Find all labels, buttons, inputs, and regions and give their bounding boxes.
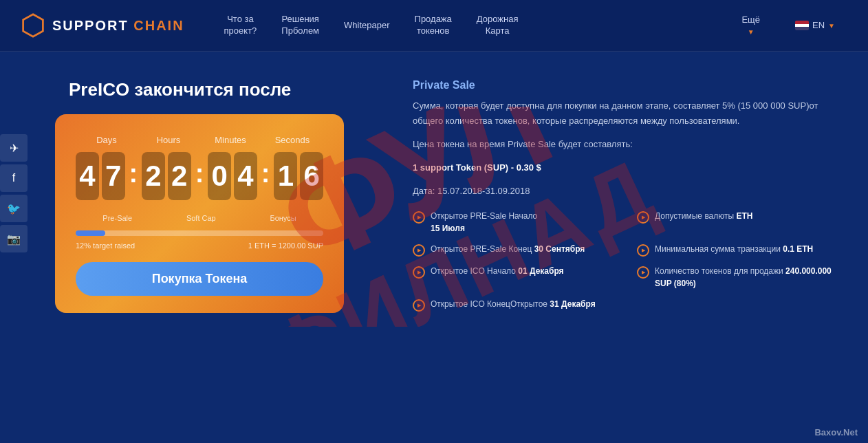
target-raised-label: 12% target raised — [76, 241, 135, 250]
tokens-for-sale-text: Количество токенов для продажи 240.000.0… — [655, 265, 847, 290]
progress-bar-container — [76, 230, 323, 236]
nav-links: Что запроект? РешенияПрболем Whitepaper … — [212, 14, 730, 37]
rate-label: 1 ETH = 1200.00 SUP — [248, 241, 323, 250]
digit-2a: 2 — [142, 152, 165, 200]
telegram-button[interactable]: ✈ — [0, 134, 28, 162]
nav-token-sale[interactable]: Продажатокенов — [402, 14, 464, 37]
countdown-box: Days Hours Minutes Seconds 4 7 : 2 2 : 0… — [55, 114, 344, 313]
flag-icon — [795, 21, 809, 30]
social-sidebar: ✈ f 🐦 📷 — [0, 134, 28, 255]
digit-4b: 4 — [234, 152, 257, 200]
progress-info: 12% target raised 1 ETH = 1200.00 SUP — [76, 241, 323, 250]
logo-icon — [21, 13, 45, 38]
allowed-currencies-icon — [637, 211, 649, 224]
digit-2b: 2 — [168, 152, 191, 200]
tokens-for-sale-icon — [637, 266, 649, 279]
price-value: 1 support Token (SUP) - 0.30 $ — [413, 160, 847, 175]
progress-bar-fill — [76, 230, 105, 236]
ico-end-text: Открытое ICO КонецОткрытое 31 Декабря — [431, 298, 596, 310]
sale-item-ico-end: Открытое ICO КонецОткрытое 31 Декабря — [413, 298, 623, 312]
navbar: SUPPORT CHAIN Что запроект? РешенияПрбол… — [0, 0, 868, 52]
nav-roadmap[interactable]: ДорожнаяКарта — [464, 14, 531, 37]
date-label: Дата: 15.07.2018-31.09.2018 — [413, 184, 847, 199]
digit-6: 6 — [300, 152, 323, 200]
sep-2: : — [194, 159, 206, 188]
sale-item-presale-end: Открытое PRE-Sale Конец 30 Сентября — [413, 243, 623, 257]
private-sale-title: Private Sale — [413, 79, 847, 91]
presale-end-text: Открытое PRE-Sale Конец 30 Сентября — [431, 243, 585, 255]
stage-bonuses: Бонусы — [270, 214, 296, 222]
nav-language[interactable]: EN ▼ — [783, 20, 847, 32]
sep-1: : — [128, 159, 140, 188]
min-transaction-text: Минимальная сумма транзакции 0.1 ETH — [655, 243, 813, 255]
nav-whitepaper[interactable]: Whitepaper — [332, 20, 402, 32]
sep-3: : — [260, 159, 272, 188]
nav-solutions[interactable]: РешенияПрболем — [269, 14, 332, 37]
twitter-button[interactable]: 🐦 — [0, 195, 28, 222]
days-label: Days — [76, 135, 138, 145]
presale-start-icon — [413, 211, 425, 224]
left-panel: PreICO закончится после Days Hours Minut… — [55, 79, 385, 313]
sale-item-presale-start: Открытое PRE-Sale Начало 15 Июля — [413, 210, 623, 235]
ico-start-text: Открытое ICO Начало 01 Декабря — [431, 265, 564, 277]
nav-right: Ещё ▼ EN ▼ — [729, 14, 847, 36]
ico-end-icon — [413, 299, 425, 312]
stage-presale: Pre-Sale — [102, 214, 132, 222]
minutes-label: Minutes — [199, 135, 261, 145]
ico-start-icon — [413, 266, 425, 279]
nav-more[interactable]: Ещё ▼ — [729, 14, 772, 36]
logo-text: SUPPORT CHAIN — [52, 18, 184, 34]
right-panel: Private Sale Сумма, которая будет доступ… — [413, 79, 847, 313]
digit-0: 0 — [208, 152, 231, 200]
countdown-labels: Days Hours Minutes Seconds — [76, 135, 323, 145]
more-arrow-icon: ▼ — [748, 28, 755, 36]
sale-items-grid: Открытое PRE-Sale Начало 15 Июля Допусти… — [413, 210, 847, 312]
stage-softcap: Soft Cap — [186, 214, 216, 222]
presale-end-icon — [413, 244, 425, 257]
lang-arrow-icon: ▼ — [828, 21, 835, 30]
presale-start-text: Открытое PRE-Sale Начало 15 Июля — [431, 210, 537, 235]
seconds-label: Seconds — [261, 135, 323, 145]
digit-4: 4 — [76, 152, 99, 200]
svg-marker-0 — [23, 14, 43, 36]
digit-1: 1 — [274, 152, 297, 200]
sale-item-allowed-currencies: Допустимые валюты ETH — [637, 210, 847, 235]
logo[interactable]: SUPPORT CHAIN — [21, 13, 184, 38]
preico-title: PreICO закончится после — [69, 79, 385, 100]
main-content: ✈ f 🐦 📷 PreICO закончится после Days Hou… — [0, 52, 868, 327]
countdown-numbers: 4 7 : 2 2 : 0 4 : 1 6 — [76, 152, 323, 200]
baxov-watermark: Baxov.Net — [814, 427, 858, 437]
min-transaction-icon — [637, 244, 649, 257]
sale-item-tokens-for-sale: Количество токенов для продажи 240.000.0… — [637, 265, 847, 290]
digit-7: 7 — [102, 152, 125, 200]
hours-label: Hours — [138, 135, 199, 145]
buy-token-button[interactable]: Покупка Токена — [76, 262, 323, 296]
facebook-button[interactable]: f — [0, 164, 28, 192]
nav-what-project[interactable]: Что запроект? — [212, 14, 270, 37]
private-sale-description: Сумма, которая будет доступна для покупк… — [413, 98, 847, 129]
countdown-stages: Pre-Sale Soft Cap Бонусы — [76, 214, 323, 222]
sale-item-min-transaction: Минимальная сумма транзакции 0.1 ETH — [637, 243, 847, 257]
allowed-currencies-text: Допустимые валюты ETH — [655, 210, 753, 222]
sale-item-ico-start: Открытое ICO Начало 01 Декабря — [413, 265, 623, 290]
instagram-button[interactable]: 📷 — [0, 225, 28, 252]
price-line: Цена токена на время Private Sale будет … — [413, 137, 847, 152]
